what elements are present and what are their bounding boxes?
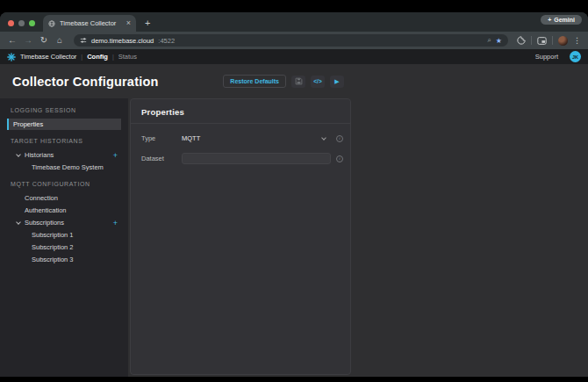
address-bar[interactable]: demo.timebase.cloud :4522 ⌕ ★ (74, 34, 508, 47)
restore-defaults-button[interactable]: Restore Defaults (223, 75, 286, 88)
type-select[interactable]: MQTT (182, 133, 331, 144)
app-brand: Timebase Collector (20, 53, 76, 61)
type-selected-value: MQTT (182, 134, 322, 142)
dataset-input[interactable] (182, 153, 331, 164)
content-area: LOGGING SESSION Properties TARGET HISTOR… (0, 98, 588, 377)
section-mqtt-configuration: MQTT CONFIGURATION (11, 181, 119, 187)
type-info-icon[interactable]: i (336, 135, 343, 142)
nav-config-link[interactable]: Config (87, 53, 108, 61)
nav-status-link[interactable]: Status (118, 53, 137, 61)
page-header: Collector Configuration Restore Defaults… (0, 64, 588, 98)
user-avatar[interactable]: JK (570, 51, 581, 62)
gemini-button[interactable]: + Gemini (541, 15, 582, 25)
new-tab-button[interactable]: + (145, 18, 150, 28)
sidebar-item-subscription-2[interactable]: Subscription 2 (7, 241, 121, 253)
browser-window: Timebase Collector × + + Gemini ← → ↻ ⌂ … (0, 12, 588, 377)
panel-title: Properties (131, 99, 350, 124)
reload-icon[interactable]: ↻ (39, 36, 49, 45)
browser-profile-avatar[interactable] (558, 36, 568, 46)
save-icon[interactable] (291, 76, 305, 88)
gemini-plus-icon: + (548, 17, 551, 23)
sidebar-item-properties[interactable]: Properties (7, 119, 121, 130)
field-row-dataset: Dataset i (141, 153, 343, 164)
config-tree-sidebar: LOGGING SESSION Properties TARGET HISTOR… (0, 98, 128, 377)
properties-panel: Properties Type MQTT i Dataset i (130, 98, 351, 375)
add-historian-icon[interactable]: + (113, 151, 118, 160)
code-view-icon[interactable]: </> (311, 76, 325, 88)
sidebar-item-timebase-demo-system[interactable]: Timebase Demo System (7, 162, 121, 173)
chevron-down-icon (321, 135, 326, 141)
close-window-button[interactable] (8, 20, 14, 26)
fullscreen-window-button[interactable] (29, 20, 35, 26)
timebase-logo-icon (7, 53, 16, 61)
toolbar-divider (552, 36, 553, 45)
page-title: Collector Configuration (12, 75, 159, 89)
sidebar-item-authentication[interactable]: Authentication (7, 205, 121, 216)
add-subscription-icon[interactable]: + (113, 219, 118, 227)
site-settings-icon[interactable] (80, 37, 87, 44)
tab-title: Timebase Collector (60, 19, 122, 27)
type-label: Type (141, 134, 182, 142)
support-link[interactable]: Support (535, 53, 558, 61)
section-target-historians: TARGET HISTORIANS (11, 138, 119, 144)
field-row-type: Type MQTT i (141, 133, 343, 144)
app-nav-bar: Timebase Collector | Config | Status Sup… (0, 49, 588, 64)
url-port: :4522 (158, 37, 175, 45)
browser-toolbar: ← → ↻ ⌂ demo.timebase.cloud :4522 ⌕ ★ ⋮ (0, 32, 588, 49)
tab-close-icon[interactable]: × (126, 19, 131, 27)
app-root: Timebase Collector | Config | Status Sup… (0, 49, 588, 377)
minimize-window-button[interactable] (18, 20, 25, 26)
dataset-info-icon[interactable]: i (336, 155, 343, 162)
dataset-label: Dataset (141, 155, 182, 162)
chevron-down-icon[interactable] (16, 220, 21, 225)
sidebar-item-subscription-1[interactable]: Subscription 1 (7, 229, 121, 241)
run-collector-icon[interactable]: ▶ (330, 76, 344, 88)
chevron-down-icon[interactable] (16, 152, 21, 157)
tab-strip: Timebase Collector × + + Gemini (0, 12, 588, 32)
section-logging-session: LOGGING SESSION (11, 107, 119, 113)
bookmark-star-icon[interactable]: ★ (496, 37, 502, 45)
window-controls (0, 20, 43, 32)
sidebar-item-subscription-3[interactable]: Subscription 3 (7, 254, 121, 265)
nav-separator: | (112, 54, 114, 60)
sidebar-item-subscriptions[interactable]: Subscriptions + (7, 217, 121, 228)
toolbar-right: ⋮ (517, 36, 581, 46)
extensions-icon[interactable] (517, 36, 526, 45)
picture-in-picture-icon[interactable] (537, 37, 547, 45)
browser-tab[interactable]: Timebase Collector × (43, 15, 136, 32)
toolbar-divider (531, 36, 532, 45)
browser-menu-icon[interactable]: ⋮ (573, 36, 581, 45)
favicon-globe-icon (48, 20, 55, 27)
sidebar-item-historians[interactable]: Historians + (7, 149, 121, 161)
home-icon[interactable]: ⌂ (54, 36, 65, 45)
sidebar-item-connection[interactable]: Connection (7, 192, 121, 204)
search-icon[interactable]: ⌕ (487, 36, 491, 45)
back-icon[interactable]: ← (7, 36, 18, 45)
url-host: demo.timebase.cloud (91, 37, 154, 45)
gemini-label: Gemini (554, 17, 575, 23)
nav-separator: | (81, 54, 82, 60)
page-actions: Restore Defaults </> ▶ (223, 75, 344, 88)
forward-icon[interactable]: → (23, 36, 33, 45)
